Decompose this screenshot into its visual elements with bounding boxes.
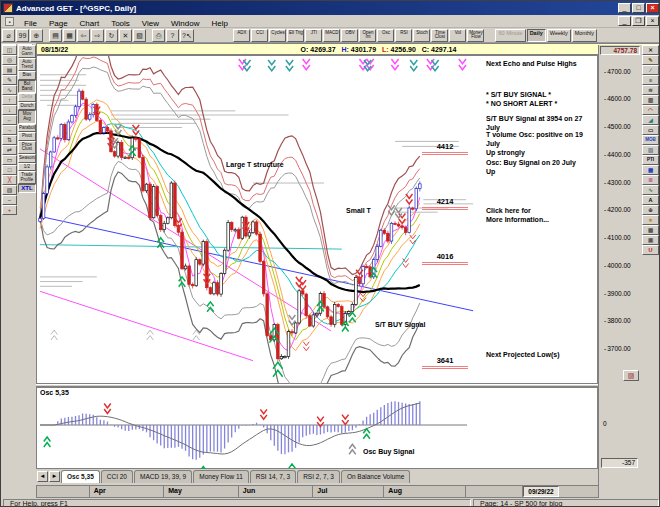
sidebar-study-parabolic[interactable]: Parabolic [18,124,36,133]
fib-tool-icon[interactable]: ≡ [642,75,659,85]
minimize-button[interactable]: _ [618,3,631,13]
oscillator-panel[interactable]: Osc 5,35 Osc Buy Signal [36,387,598,469]
zoom-in-tool-icon[interactable]: + [2,205,17,215]
shift-tool-icon[interactable]: ⇄ [2,145,17,155]
sidebar-study-auto-gann[interactable]: Auto Gann [18,45,36,58]
sidebar-study-seasonal[interactable]: Seasonal [18,154,36,163]
insert-chart-icon[interactable]: ▧ [133,29,146,42]
tab-on-balance-volume[interactable]: On Balance Volume [341,470,410,483]
mini-chart-icon[interactable]: ∿ [642,185,659,195]
zoom-icon[interactable]: ⊕ [30,29,43,42]
arrow-down-tool-icon[interactable]: ↓ [2,105,17,115]
tab-cci-20[interactable]: CCI 20 [101,470,133,483]
forward-icon[interactable]: ⇨ [91,29,104,42]
maximize-button[interactable]: □ [632,3,645,13]
gann-circle-icon[interactable]: ◠ [642,105,659,115]
sidebar-study-bol-band[interactable]: Bol Band [18,80,36,93]
price-chart-plot[interactable]: Next Echo and Pulse Highs * S/T BUY SIGN… [36,55,598,384]
pages-button[interactable]: ▣ [642,235,659,245]
study-button-obv[interactable]: OBV [341,29,358,42]
arrow-left-tool-icon[interactable]: ← [2,115,17,125]
grid-button[interactable]: ▦ [642,165,659,175]
study-button-cycles[interactable]: Cycles [269,29,286,42]
tab-osc-5-35[interactable]: Osc 5,35 [61,470,100,483]
sidebar-study-donch[interactable]: Donch [18,102,36,111]
lines-tool-icon[interactable]: ╳ [2,175,17,185]
sidebar-study-1-2[interactable]: 1/2 [18,163,36,172]
elliott-wave-tool-icon[interactable]: ∿ [2,85,17,95]
snap-grid-button[interactable]: ▩ [642,225,659,235]
study-button-adx[interactable]: ADX [233,29,250,42]
compass-tool-icon[interactable]: ◎ [2,55,17,65]
child-restore-button[interactable]: ❐ [632,16,645,26]
study-button-money-flow[interactable]: Money Flow [467,29,484,42]
timeframe-weekly[interactable]: Weekly [547,29,571,42]
help-icon[interactable]: ? [166,29,179,42]
gann-grid-tool-icon[interactable]: ▨ [2,185,17,195]
sidebar-study-price-clust[interactable]: Price Clust [18,141,36,154]
sidebar-study-delta[interactable]: Delta [18,93,36,102]
study-button-cci[interactable]: CCI [251,29,268,42]
arrow-right-tool-icon[interactable]: → [2,125,17,135]
snapshot-tool-icon[interactable]: ◫ [2,45,17,55]
study-button-time-clust[interactable]: Time Clust [431,29,448,42]
delete-icon[interactable]: ✕ [119,29,132,42]
study-button-vol[interactable]: Vol [449,29,466,42]
box-tool-icon[interactable]: ▭ [2,155,17,165]
context-help-icon[interactable]: ?↖ [180,29,194,42]
hatch-tool-icon[interactable]: ▨ [642,145,659,155]
sidebar-study-trade-profile[interactable]: Trade Profile [18,171,36,184]
colors-button[interactable]: ∗ [642,215,659,225]
axis-settings-button[interactable]: ▨ [623,370,639,381]
elliott-tool-icon[interactable]: ≋ [642,85,659,95]
sidebar-study-pivot[interactable]: Pivot [18,132,36,141]
tab-scroll-left-button[interactable]: ◄ [37,471,48,482]
tab-rsi-2-7-3[interactable]: RSI 2, 7, 3 [297,470,340,483]
gann-fan-icon[interactable]: ◢ [642,115,659,125]
tab-scroll-right-button[interactable]: ► [49,471,60,482]
timeframe-daily[interactable]: Daily [527,29,546,42]
timeframe-60-minute[interactable]: 60 Minute [495,29,525,42]
trendline-icon[interactable]: ∕ [642,65,659,75]
scale-tool-icon[interactable]: ⇅ [2,135,17,145]
rectangle-tool-icon[interactable]: ▭ [642,125,659,135]
zoom-out-tool-icon[interactable]: − [2,195,17,205]
gann-tool-icon[interactable]: ▥ [642,95,659,105]
refresh-icon[interactable]: ↻ [105,29,118,42]
clear-box-tool-icon[interactable]: □ [2,165,17,175]
child-close-button[interactable]: × [646,16,659,26]
tjweb-icon[interactable]: ≣ [642,175,659,185]
sidebar-study-bias[interactable]: Bias [18,71,36,80]
sidebar-study-auto-trend[interactable]: Auto Trend [18,58,36,71]
tab-money-flow-11[interactable]: Money Flow 11 [193,470,249,483]
notes-tool-icon[interactable]: ▤ [2,65,17,75]
pti-button[interactable]: PTI [642,155,659,165]
study-button-stoch[interactable]: Stoch [413,29,430,42]
mob-button[interactable]: MOB [642,135,659,145]
undo-button[interactable]: U [642,245,659,255]
child-window-icon[interactable]: ▪ [5,17,14,26]
pencil-icon[interactable]: ✎ [642,55,659,65]
back-icon[interactable]: ⇦ [77,29,90,42]
tab-macd-19-39-9[interactable]: MACD 19, 39, 9 [134,470,192,483]
print-icon[interactable]: ⎙ [152,29,165,42]
study-button-rsi[interactable]: RSI [395,29,412,42]
close-button[interactable]: × [646,3,659,13]
new-chart-icon[interactable]: ▤ [49,29,62,42]
zoom-tool-button[interactable]: ⊕ [642,205,659,215]
study-button-ell-trig[interactable]: Ell Trig [287,29,304,42]
pencil-tool-icon[interactable]: ✎ [2,75,17,85]
study-button-macd[interactable]: MACD [323,29,340,42]
delete-x-icon[interactable]: ✕ [642,45,659,55]
study-button-open-int[interactable]: Open Int [359,29,376,42]
study-button-osc[interactable]: Osc [377,29,394,42]
sidebar-study-xtl[interactable]: XTL [18,184,36,193]
price-axis[interactable]: 4757.78 -4700.00-4600.00-4500.00-4400.00… [598,45,641,498]
quote-icon[interactable]: 99 [16,29,29,42]
tab-rsi-14-7-3[interactable]: RSI 14, 7, 3 [250,470,296,483]
open-chart-icon[interactable]: ▦ [63,29,76,42]
study-button-jti[interactable]: JTI [305,29,322,42]
text-tool-button[interactable]: A [642,195,659,205]
sidebar-study-mov-avg[interactable]: Mov Avg [18,110,36,123]
pin-icon[interactable]: ⌀ [2,29,15,42]
